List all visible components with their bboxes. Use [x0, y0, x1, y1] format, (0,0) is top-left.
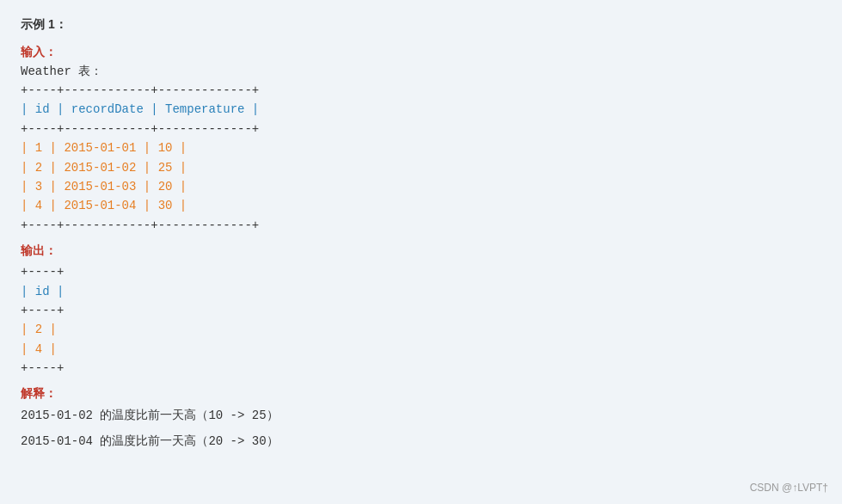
explanation-label: 解释：: [21, 386, 821, 402]
output-table-row-1: | 2 |: [21, 320, 821, 339]
main-container: 示例 1： 输入： Weather 表： +----+------------+…: [0, 0, 842, 478]
input-table-header: | id | recordDate | Temperature |: [21, 100, 821, 119]
input-label: 输入：: [21, 45, 821, 60]
input-table-border-top: +----+------------+-------------+: [21, 81, 821, 100]
explanation-line-1: 2015-01-02 的温度比前一天高（10 -> 25）: [21, 405, 821, 427]
output-label: 输出：: [21, 243, 821, 259]
output-table-border-mid: +----+: [21, 301, 821, 320]
input-table-border-bottom: +----+------------+-------------+: [21, 216, 821, 235]
output-table-row-2: | 4 |: [21, 340, 821, 359]
table-label: Weather 表：: [21, 64, 821, 79]
example-title: 示例 1：: [21, 17, 821, 33]
explanation-line-2: 2015-01-04 的温度比前一天高（20 -> 30）: [21, 431, 821, 452]
input-table-row-3: | 3 | 2015-01-03 | 20 |: [21, 177, 821, 196]
input-table-row-1: | 1 | 2015-01-01 | 10 |: [21, 138, 821, 157]
watermark: CSDN @↑LVPT†: [750, 482, 828, 494]
input-table: +----+------------+-------------+ | id |…: [21, 81, 821, 235]
input-table-row-4: | 4 | 2015-01-04 | 30 |: [21, 196, 821, 215]
input-section: 输入： Weather 表： +----+------------+------…: [21, 45, 821, 235]
output-table-border-bottom: +----+: [21, 359, 821, 378]
explanation-section: 解释： 2015-01-02 的温度比前一天高（10 -> 25） 2015-0…: [21, 386, 821, 452]
input-table-border-mid: +----+------------+-------------+: [21, 120, 821, 138]
output-section: 输出： +----+ | id | +----+ | 2 | | 4 | +--…: [21, 243, 821, 378]
output-table-header: | id |: [21, 282, 821, 301]
output-table-border-top: +----+: [21, 262, 821, 281]
output-table: +----+ | id | +----+ | 2 | | 4 | +----+: [21, 262, 821, 378]
input-table-row-2: | 2 | 2015-01-02 | 25 |: [21, 158, 821, 177]
